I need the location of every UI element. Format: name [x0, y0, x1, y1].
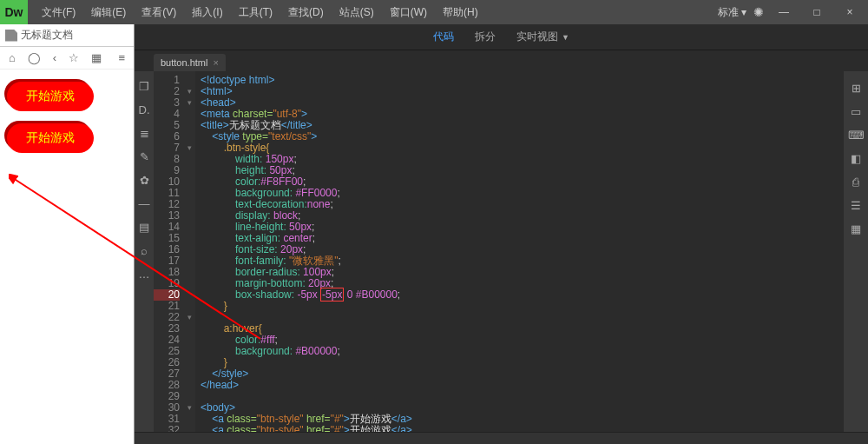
tool-icon[interactable]: ✎ — [140, 150, 149, 163]
tool-icon[interactable]: ⌕ — [141, 244, 148, 257]
panel-icon[interactable]: ▦ — [851, 222, 861, 235]
star-icon[interactable]: ☆ — [69, 51, 79, 64]
minimize-button[interactable]: — — [771, 0, 797, 24]
horizontal-scrollbar[interactable] — [135, 432, 868, 444]
menu-item[interactable]: 工具(T) — [232, 2, 279, 23]
left-tool-column: ❐D.≣✎✿—▤⌕… — [135, 71, 154, 432]
layout-mode[interactable]: 标准 ▾ — [718, 5, 746, 20]
tool-icon[interactable]: D. — [139, 103, 150, 116]
menu-item[interactable]: 窗口(W) — [383, 2, 434, 23]
preview-nav: ⌂ ◯ ‹ ☆ ▦ ≡ — [0, 47, 134, 70]
panel-icon[interactable]: ◧ — [851, 152, 861, 165]
close-icon[interactable]: × — [213, 57, 218, 68]
menu-item[interactable]: 站点(S) — [332, 2, 381, 23]
view-tabs: 代码 拆分 实时视图▼ — [135, 24, 868, 50]
menu-item[interactable]: 查找(D) — [281, 2, 331, 23]
line-gutter: 1234567891011121314151617181920212223242… — [154, 71, 183, 432]
tool-icon[interactable]: ❐ — [139, 80, 149, 93]
editor-area: 代码 拆分 实时视图▼ button.html × ❐D.≣✎✿—▤⌕… 123… — [135, 24, 868, 444]
menu-item[interactable]: 帮助(H) — [436, 2, 485, 23]
document-icon — [5, 30, 17, 42]
file-tab[interactable]: button.html × — [154, 54, 226, 71]
preview-tab[interactable]: 无标题文档 — [0, 24, 134, 47]
titlebar: Dw 文件(F)编辑(E)查看(V)插入(I)工具(T)查找(D)站点(S)窗口… — [0, 0, 868, 24]
tool-icon[interactable]: … — [139, 268, 150, 281]
panel-icon[interactable]: ⊞ — [852, 82, 861, 95]
preview-pane: 无标题文档 ⌂ ◯ ‹ ☆ ▦ ≡ 开始游戏 开始游戏 — [0, 24, 135, 444]
menu-bar: 文件(F)编辑(E)查看(V)插入(I)工具(T)查找(D)站点(S)窗口(W)… — [35, 2, 485, 23]
home-icon[interactable]: ⌂ — [9, 51, 16, 64]
back-icon[interactable]: ‹ — [53, 51, 56, 64]
tab-split[interactable]: 拆分 — [466, 26, 504, 48]
close-button[interactable]: × — [837, 0, 863, 24]
code-wrap: ❐D.≣✎✿—▤⌕… 12345678910111213141516171819… — [135, 71, 868, 432]
gear-icon[interactable]: ✺ — [753, 5, 764, 19]
tool-icon[interactable]: ▤ — [139, 221, 149, 234]
panel-icon[interactable]: ▭ — [851, 105, 861, 118]
menu-item[interactable]: 文件(F) — [35, 2, 82, 23]
right-panel-column: ⊞▭⌨◧⎙☰▦ — [844, 71, 868, 432]
panel-icon[interactable]: ⎙ — [852, 176, 859, 189]
grid-icon[interactable]: ▦ — [91, 51, 102, 64]
preview-body: 开始游戏 开始游戏 — [0, 70, 134, 444]
fold-column: ▾▾▾▾▾ — [183, 71, 195, 432]
preview-button-2[interactable]: 开始游戏 — [7, 123, 94, 153]
preview-title: 无标题文档 — [21, 28, 73, 43]
menu-item[interactable]: 查看(V) — [135, 2, 183, 23]
tool-icon[interactable]: — — [139, 197, 150, 210]
reload-icon[interactable]: ◯ — [28, 51, 41, 64]
main-area: 无标题文档 ⌂ ◯ ‹ ☆ ▦ ≡ 开始游戏 开始游戏 代码 拆分 实时视图▼ — [0, 24, 868, 444]
file-tabs: button.html × — [135, 50, 868, 71]
tab-live[interactable]: 实时视图▼ — [508, 26, 578, 48]
menu-item[interactable]: 编辑(E) — [84, 2, 133, 23]
panel-icon[interactable]: ⌨ — [848, 129, 865, 142]
panel-icon[interactable]: ☰ — [851, 199, 861, 212]
maximize-button[interactable]: □ — [804, 0, 830, 24]
menu-item[interactable]: 插入(I) — [185, 2, 229, 23]
tab-code[interactable]: 代码 — [424, 26, 463, 48]
tool-icon[interactable]: ✿ — [140, 174, 149, 187]
app-logo: Dw — [0, 0, 28, 24]
file-tab-label: button.html — [161, 57, 207, 68]
code-editor[interactable]: <!doctype html><html><head><meta charset… — [195, 71, 844, 432]
preview-button-1[interactable]: 开始游戏 — [7, 82, 94, 111]
tool-icon[interactable]: ≣ — [140, 127, 149, 140]
menu-icon[interactable]: ≡ — [118, 51, 125, 64]
